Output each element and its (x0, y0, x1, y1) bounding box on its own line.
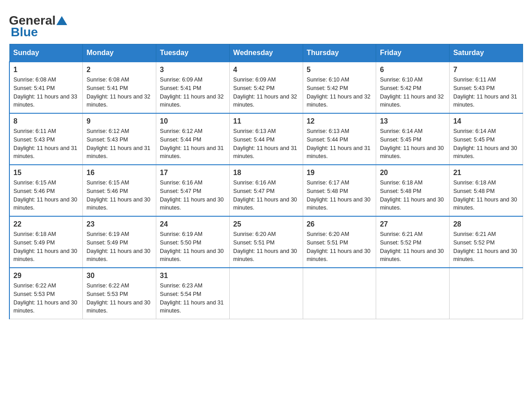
day-info: Sunrise: 6:21 AM Sunset: 5:52 PM Dayligh… (380, 230, 446, 264)
day-number: 22 (13, 220, 79, 228)
weekday-header-thursday: Thursday (303, 44, 376, 62)
calendar-cell: 16 Sunrise: 6:15 AM Sunset: 5:46 PM Dayl… (83, 165, 156, 216)
calendar-week-row: 1 Sunrise: 6:08 AM Sunset: 5:41 PM Dayli… (9, 62, 523, 113)
day-number: 16 (86, 169, 152, 177)
day-number: 18 (233, 169, 299, 177)
logo-triangle-icon (56, 16, 67, 25)
calendar-cell: 12 Sunrise: 6:13 AM Sunset: 5:44 PM Dayl… (303, 113, 376, 165)
day-number: 27 (380, 220, 446, 228)
day-number: 5 (307, 66, 373, 74)
calendar-cell: 11 Sunrise: 6:13 AM Sunset: 5:44 PM Dayl… (229, 113, 303, 165)
day-info: Sunrise: 6:16 AM Sunset: 5:47 PM Dayligh… (233, 179, 299, 212)
day-info: Sunrise: 6:11 AM Sunset: 5:43 PM Dayligh… (453, 76, 519, 109)
day-number: 20 (380, 169, 446, 177)
weekday-header-wednesday: Wednesday (229, 44, 303, 62)
day-number: 14 (453, 117, 519, 125)
calendar-cell: 10 Sunrise: 6:12 AM Sunset: 5:44 PM Dayl… (156, 113, 230, 165)
day-number: 15 (13, 169, 79, 177)
weekday-header-tuesday: Tuesday (156, 44, 230, 62)
day-number: 19 (307, 169, 373, 177)
day-number: 21 (453, 169, 519, 177)
calendar-cell: 26 Sunrise: 6:20 AM Sunset: 5:51 PM Dayl… (303, 216, 376, 268)
calendar-cell: 22 Sunrise: 6:18 AM Sunset: 5:49 PM Dayl… (9, 216, 83, 268)
day-number: 24 (160, 220, 226, 228)
day-info: Sunrise: 6:23 AM Sunset: 5:54 PM Dayligh… (160, 282, 226, 315)
day-number: 9 (86, 117, 152, 125)
calendar-cell: 8 Sunrise: 6:11 AM Sunset: 5:43 PM Dayli… (9, 113, 83, 165)
day-info: Sunrise: 6:10 AM Sunset: 5:42 PM Dayligh… (307, 76, 373, 109)
day-number: 17 (160, 169, 226, 177)
calendar-week-row: 29 Sunrise: 6:22 AM Sunset: 5:53 PM Dayl… (9, 268, 523, 319)
calendar-cell: 4 Sunrise: 6:09 AM Sunset: 5:42 PM Dayli… (229, 62, 303, 113)
calendar-week-row: 8 Sunrise: 6:11 AM Sunset: 5:43 PM Dayli… (9, 113, 523, 165)
day-number: 25 (233, 220, 299, 228)
day-number: 3 (160, 66, 226, 74)
day-info: Sunrise: 6:21 AM Sunset: 5:52 PM Dayligh… (453, 230, 519, 264)
calendar-cell: 19 Sunrise: 6:17 AM Sunset: 5:48 PM Dayl… (303, 165, 376, 216)
day-number: 23 (86, 220, 152, 228)
calendar-cell: 3 Sunrise: 6:09 AM Sunset: 5:41 PM Dayli… (156, 62, 230, 113)
day-info: Sunrise: 6:09 AM Sunset: 5:41 PM Dayligh… (160, 76, 226, 109)
calendar-cell: 31 Sunrise: 6:23 AM Sunset: 5:54 PM Dayl… (156, 268, 230, 319)
logo-blue-text: Blue (9, 25, 38, 39)
day-info: Sunrise: 6:15 AM Sunset: 5:46 PM Dayligh… (86, 179, 152, 212)
calendar-cell: 9 Sunrise: 6:12 AM Sunset: 5:43 PM Dayli… (83, 113, 156, 165)
calendar-cell: 13 Sunrise: 6:14 AM Sunset: 5:45 PM Dayl… (376, 113, 450, 165)
day-info: Sunrise: 6:18 AM Sunset: 5:49 PM Dayligh… (13, 230, 79, 264)
calendar-cell: 1 Sunrise: 6:08 AM Sunset: 5:41 PM Dayli… (9, 62, 83, 113)
calendar-cell: 2 Sunrise: 6:08 AM Sunset: 5:41 PM Dayli… (83, 62, 156, 113)
day-number: 30 (86, 272, 152, 280)
day-info: Sunrise: 6:08 AM Sunset: 5:41 PM Dayligh… (13, 76, 79, 109)
calendar-table: SundayMondayTuesdayWednesdayThursdayFrid… (9, 44, 523, 319)
day-info: Sunrise: 6:14 AM Sunset: 5:45 PM Dayligh… (453, 127, 519, 161)
day-info: Sunrise: 6:11 AM Sunset: 5:43 PM Dayligh… (13, 127, 79, 161)
calendar-cell: 5 Sunrise: 6:10 AM Sunset: 5:42 PM Dayli… (303, 62, 376, 113)
day-number: 29 (13, 272, 79, 280)
day-number: 26 (307, 220, 373, 228)
calendar-cell: 25 Sunrise: 6:20 AM Sunset: 5:51 PM Dayl… (229, 216, 303, 268)
calendar-cell: 30 Sunrise: 6:22 AM Sunset: 5:53 PM Dayl… (83, 268, 156, 319)
calendar-cell: 28 Sunrise: 6:21 AM Sunset: 5:52 PM Dayl… (450, 216, 523, 268)
day-info: Sunrise: 6:16 AM Sunset: 5:47 PM Dayligh… (160, 179, 226, 212)
day-info: Sunrise: 6:08 AM Sunset: 5:41 PM Dayligh… (86, 76, 152, 109)
day-number: 1 (13, 66, 79, 74)
calendar-week-row: 22 Sunrise: 6:18 AM Sunset: 5:49 PM Dayl… (9, 216, 523, 268)
day-number: 6 (380, 66, 446, 74)
day-number: 10 (160, 117, 226, 125)
weekday-header-monday: Monday (83, 44, 156, 62)
day-number: 8 (13, 117, 79, 125)
day-number: 12 (307, 117, 373, 125)
day-info: Sunrise: 6:18 AM Sunset: 5:48 PM Dayligh… (380, 179, 446, 212)
calendar-cell: 27 Sunrise: 6:21 AM Sunset: 5:52 PM Dayl… (376, 216, 450, 268)
day-info: Sunrise: 6:09 AM Sunset: 5:42 PM Dayligh… (233, 76, 299, 109)
day-info: Sunrise: 6:12 AM Sunset: 5:44 PM Dayligh… (160, 127, 226, 161)
logo: General Blue (9, 9, 68, 39)
day-number: 31 (160, 272, 226, 280)
calendar-cell: 29 Sunrise: 6:22 AM Sunset: 5:53 PM Dayl… (9, 268, 83, 319)
calendar-cell: 17 Sunrise: 6:16 AM Sunset: 5:47 PM Dayl… (156, 165, 230, 216)
day-info: Sunrise: 6:20 AM Sunset: 5:51 PM Dayligh… (307, 230, 373, 264)
day-number: 4 (233, 66, 299, 74)
day-info: Sunrise: 6:20 AM Sunset: 5:51 PM Dayligh… (233, 230, 299, 264)
day-info: Sunrise: 6:18 AM Sunset: 5:48 PM Dayligh… (453, 179, 519, 212)
calendar-cell: 21 Sunrise: 6:18 AM Sunset: 5:48 PM Dayl… (450, 165, 523, 216)
weekday-header-sunday: Sunday (9, 44, 83, 62)
calendar-cell (376, 268, 450, 319)
calendar-cell: 24 Sunrise: 6:19 AM Sunset: 5:50 PM Dayl… (156, 216, 230, 268)
calendar-cell: 6 Sunrise: 6:10 AM Sunset: 5:42 PM Dayli… (376, 62, 450, 113)
day-number: 11 (233, 117, 299, 125)
calendar-cell: 20 Sunrise: 6:18 AM Sunset: 5:48 PM Dayl… (376, 165, 450, 216)
weekday-header-friday: Friday (376, 44, 450, 62)
day-info: Sunrise: 6:12 AM Sunset: 5:43 PM Dayligh… (86, 127, 152, 161)
calendar-cell (229, 268, 303, 319)
day-info: Sunrise: 6:22 AM Sunset: 5:53 PM Dayligh… (86, 282, 152, 315)
day-number: 2 (86, 66, 152, 74)
day-info: Sunrise: 6:22 AM Sunset: 5:53 PM Dayligh… (13, 282, 79, 315)
day-info: Sunrise: 6:14 AM Sunset: 5:45 PM Dayligh… (380, 127, 446, 161)
weekday-header-row: SundayMondayTuesdayWednesdayThursdayFrid… (9, 44, 523, 62)
day-info: Sunrise: 6:13 AM Sunset: 5:44 PM Dayligh… (233, 127, 299, 161)
calendar-cell (303, 268, 376, 319)
day-number: 7 (453, 66, 519, 74)
calendar-cell (450, 268, 523, 319)
calendar-week-row: 15 Sunrise: 6:15 AM Sunset: 5:46 PM Dayl… (9, 165, 523, 216)
